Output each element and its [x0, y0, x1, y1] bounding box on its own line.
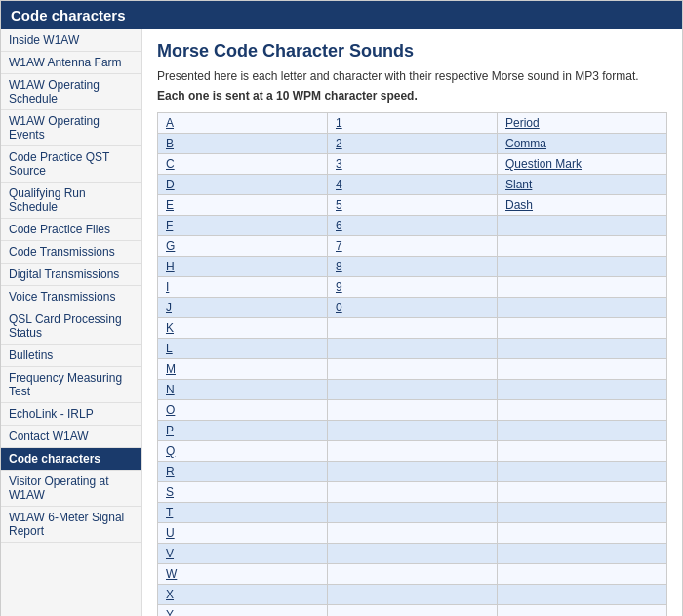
- letter-link[interactable]: H: [166, 260, 175, 273]
- punctuation-link[interactable]: Comma: [505, 137, 546, 150]
- letter-link[interactable]: L: [166, 342, 173, 355]
- table-row: B2Comma: [158, 134, 667, 154]
- letter-link[interactable]: X: [166, 588, 174, 601]
- letter-link[interactable]: G: [166, 239, 175, 253]
- letter-link[interactable]: D: [166, 178, 175, 191]
- sidebar-item-inside-w1aw[interactable]: Inside W1AW: [1, 29, 141, 52]
- punctuation-link[interactable]: Period: [505, 116, 540, 130]
- sidebar-item-operating-schedule[interactable]: W1AW Operating Schedule: [1, 74, 141, 110]
- letter-link[interactable]: S: [166, 485, 174, 499]
- table-row: I9: [158, 277, 667, 298]
- table-row: T: [158, 503, 667, 523]
- letter-link[interactable]: T: [166, 506, 173, 519]
- number-link[interactable]: 5: [336, 198, 342, 212]
- table-row: D4Slant: [158, 175, 667, 195]
- sidebar-item-frequency-measuring[interactable]: Frequency Measuring Test: [1, 367, 141, 403]
- table-row: P: [158, 421, 667, 441]
- table-row: C3Question Mark: [158, 154, 667, 175]
- page-header: Code characters: [1, 1, 682, 29]
- intro-text: Presented here is each letter and charac…: [157, 69, 667, 83]
- number-link[interactable]: 4: [336, 178, 342, 191]
- content-wrapper: Inside W1AWW1AW Antenna FarmW1AW Operati…: [1, 29, 682, 616]
- sidebar-item-qst-source[interactable]: Code Practice QST Source: [1, 146, 141, 183]
- table-row: G7: [158, 236, 667, 257]
- table-row: F6: [158, 216, 667, 236]
- number-link[interactable]: 8: [336, 260, 342, 273]
- number-link[interactable]: 6: [336, 219, 342, 232]
- table-row: S: [158, 482, 667, 503]
- number-link[interactable]: 7: [336, 239, 342, 253]
- sidebar-item-code-transmissions[interactable]: Code Transmissions: [1, 241, 141, 264]
- sidebar: Inside W1AWW1AW Antenna FarmW1AW Operati…: [1, 29, 142, 616]
- number-link[interactable]: 2: [336, 137, 342, 150]
- punctuation-link[interactable]: Dash: [505, 198, 533, 212]
- table-row: K: [158, 318, 667, 339]
- table-row: W: [158, 564, 667, 585]
- letter-link[interactable]: F: [166, 219, 173, 232]
- number-link[interactable]: 9: [336, 280, 342, 294]
- sidebar-item-code-characters[interactable]: Code characters: [1, 448, 141, 471]
- sidebar-item-contact-w1aw[interactable]: Contact W1AW: [1, 426, 141, 448]
- table-row: J0: [158, 298, 667, 318]
- sidebar-item-visitor-operating[interactable]: Visitor Operating at W1AW: [1, 471, 141, 507]
- sidebar-item-qsl-card[interactable]: QSL Card Processing Status: [1, 308, 141, 345]
- letter-link[interactable]: U: [166, 526, 175, 540]
- letter-link[interactable]: W: [166, 567, 177, 581]
- table-row: R: [158, 462, 667, 482]
- sidebar-item-operating-events[interactable]: W1AW Operating Events: [1, 110, 141, 146]
- letter-link[interactable]: K: [166, 321, 174, 335]
- number-link[interactable]: 1: [336, 116, 342, 130]
- table-row: A1Period: [158, 113, 667, 134]
- letter-link[interactable]: Q: [166, 444, 175, 458]
- letter-link[interactable]: C: [166, 157, 175, 171]
- letter-link[interactable]: Y: [166, 608, 174, 616]
- table-row: H8: [158, 257, 667, 277]
- sidebar-item-6-meter-signal[interactable]: W1AW 6-Meter Signal Report: [1, 507, 141, 543]
- letter-link[interactable]: E: [166, 198, 174, 212]
- speed-text: Each one is sent at a 10 WPM character s…: [157, 89, 667, 103]
- number-link[interactable]: 0: [336, 301, 342, 314]
- letter-link[interactable]: B: [166, 137, 174, 150]
- morse-table: A1PeriodB2CommaC3Question MarkD4SlantE5D…: [157, 112, 667, 616]
- table-row: E5Dash: [158, 195, 667, 216]
- number-link[interactable]: 3: [336, 157, 342, 171]
- letter-link[interactable]: V: [166, 547, 174, 560]
- header-title: Code characters: [11, 7, 126, 23]
- letter-link[interactable]: A: [166, 116, 174, 130]
- sidebar-item-voice-transmissions[interactable]: Voice Transmissions: [1, 286, 141, 308]
- letter-link[interactable]: N: [166, 383, 175, 396]
- outer-container: Code characters Inside W1AWW1AW Antenna …: [0, 0, 683, 616]
- table-row: Q: [158, 441, 667, 462]
- table-row: Y: [158, 605, 667, 617]
- letter-link[interactable]: P: [166, 424, 174, 437]
- table-row: N: [158, 380, 667, 400]
- table-row: O: [158, 400, 667, 421]
- main-content: Morse Code Character Sounds Presented he…: [142, 29, 682, 616]
- letter-link[interactable]: J: [166, 301, 172, 314]
- sidebar-item-digital-transmissions[interactable]: Digital Transmissions: [1, 264, 141, 286]
- punctuation-link[interactable]: Slant: [505, 178, 532, 191]
- sidebar-item-antenna-farm[interactable]: W1AW Antenna Farm: [1, 52, 141, 74]
- letter-link[interactable]: R: [166, 465, 175, 478]
- main-title: Morse Code Character Sounds: [157, 41, 667, 62]
- letter-link[interactable]: I: [166, 280, 169, 294]
- table-row: X: [158, 585, 667, 605]
- table-row: L: [158, 339, 667, 359]
- sidebar-item-code-practice-files[interactable]: Code Practice Files: [1, 219, 141, 241]
- sidebar-item-qualifying-schedule[interactable]: Qualifying Run Schedule: [1, 183, 141, 219]
- table-row: M: [158, 359, 667, 380]
- table-row: V: [158, 544, 667, 564]
- letter-link[interactable]: O: [166, 403, 175, 417]
- letter-link[interactable]: M: [166, 362, 176, 376]
- sidebar-item-echolink[interactable]: EchoLink - IRLP: [1, 403, 141, 426]
- table-row: U: [158, 523, 667, 544]
- sidebar-item-bulletins[interactable]: Bulletins: [1, 345, 141, 367]
- punctuation-link[interactable]: Question Mark: [505, 157, 582, 171]
